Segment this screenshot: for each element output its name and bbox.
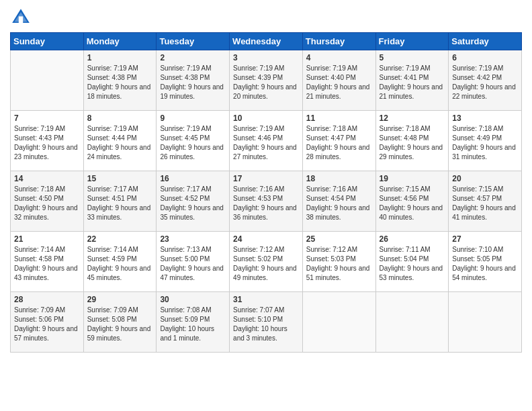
day-cell: 7 Sunrise: 7:19 AM Sunset: 4:43 PM Dayli… bbox=[11, 111, 84, 171]
sunset-text: Sunset: 5:09 PM bbox=[160, 316, 210, 323]
sunrise-text: Sunrise: 7:18 AM bbox=[380, 125, 431, 132]
sunset-text: Sunset: 4:45 PM bbox=[160, 134, 210, 142]
sunset-text: Sunset: 4:59 PM bbox=[87, 255, 137, 263]
day-number: 21 bbox=[14, 234, 80, 244]
day-number: 22 bbox=[87, 234, 153, 244]
day-cell: 11 Sunrise: 7:18 AM Sunset: 4:47 PM Dayl… bbox=[302, 111, 375, 171]
day-number: 2 bbox=[160, 53, 226, 62]
day-cell: 24 Sunrise: 7:12 AM Sunset: 5:02 PM Dayl… bbox=[230, 232, 303, 292]
day-number: 16 bbox=[160, 174, 226, 183]
sunrise-text: Sunrise: 7:08 AM bbox=[160, 306, 211, 314]
daylight-text: Daylight: 9 hours and 21 minutes. bbox=[380, 83, 443, 100]
day-number: 17 bbox=[233, 174, 299, 183]
sunrise-text: Sunrise: 7:19 AM bbox=[160, 125, 211, 132]
day-number: 8 bbox=[87, 113, 153, 123]
daylight-text: Daylight: 9 hours and 23 minutes. bbox=[14, 144, 78, 161]
daylight-text: Daylight: 9 hours and 49 minutes. bbox=[233, 265, 297, 281]
day-number: 1 bbox=[87, 53, 153, 62]
daylight-text: Daylight: 9 hours and 38 minutes. bbox=[306, 204, 370, 221]
day-number: 14 bbox=[14, 174, 80, 183]
day-cell: 30 Sunrise: 7:08 AM Sunset: 5:09 PM Dayl… bbox=[157, 292, 230, 353]
day-number: 12 bbox=[380, 113, 445, 123]
sunset-text: Sunset: 4:50 PM bbox=[14, 195, 64, 202]
daylight-text: Daylight: 9 hours and 32 minutes. bbox=[14, 204, 78, 221]
sunset-text: Sunset: 4:38 PM bbox=[160, 74, 210, 81]
sunset-text: Sunset: 4:56 PM bbox=[380, 195, 429, 202]
day-cell: 18 Sunrise: 7:16 AM Sunset: 4:54 PM Dayl… bbox=[302, 171, 375, 232]
day-number: 28 bbox=[14, 295, 80, 304]
daylight-text: Daylight: 9 hours and 26 minutes. bbox=[160, 144, 224, 161]
day-number: 29 bbox=[87, 295, 153, 304]
day-header-tuesday: Tuesday bbox=[157, 33, 230, 50]
sunrise-text: Sunrise: 7:19 AM bbox=[380, 64, 431, 72]
sunset-text: Sunset: 4:39 PM bbox=[233, 74, 283, 81]
sunset-text: Sunset: 4:54 PM bbox=[306, 195, 356, 202]
sunset-text: Sunset: 5:06 PM bbox=[14, 316, 64, 323]
day-cell: 27 Sunrise: 7:10 AM Sunset: 5:05 PM Dayl… bbox=[449, 232, 522, 292]
daylight-text: Daylight: 9 hours and 28 minutes. bbox=[306, 144, 370, 161]
sunset-text: Sunset: 4:42 PM bbox=[452, 74, 502, 81]
week-row-1: 1 Sunrise: 7:19 AM Sunset: 4:38 PM Dayli… bbox=[11, 50, 522, 111]
week-row-5: 28 Sunrise: 7:09 AM Sunset: 5:06 PM Dayl… bbox=[11, 292, 522, 353]
day-number: 5 bbox=[380, 53, 445, 62]
day-cell: 28 Sunrise: 7:09 AM Sunset: 5:06 PM Dayl… bbox=[11, 292, 84, 353]
daylight-text: Daylight: 9 hours and 22 minutes. bbox=[452, 83, 516, 100]
day-number: 7 bbox=[14, 113, 80, 123]
sunrise-text: Sunrise: 7:15 AM bbox=[452, 185, 503, 193]
day-number: 24 bbox=[233, 234, 299, 244]
sunset-text: Sunset: 4:58 PM bbox=[14, 255, 64, 263]
daylight-text: Daylight: 9 hours and 33 minutes. bbox=[87, 204, 151, 221]
sunset-text: Sunset: 4:41 PM bbox=[380, 74, 429, 81]
day-cell: 14 Sunrise: 7:18 AM Sunset: 4:50 PM Dayl… bbox=[11, 171, 84, 232]
day-cell: 12 Sunrise: 7:18 AM Sunset: 4:48 PM Dayl… bbox=[375, 111, 449, 171]
sunrise-text: Sunrise: 7:13 AM bbox=[160, 246, 211, 253]
day-cell: 10 Sunrise: 7:19 AM Sunset: 4:46 PM Dayl… bbox=[230, 111, 303, 171]
daylight-text: Daylight: 10 hours and 1 minute. bbox=[160, 325, 214, 342]
sunset-text: Sunset: 4:38 PM bbox=[87, 74, 137, 81]
day-cell: 5 Sunrise: 7:19 AM Sunset: 4:41 PM Dayli… bbox=[375, 50, 449, 111]
calendar-table: SundayMondayTuesdayWednesdayThursdayFrid… bbox=[10, 32, 522, 353]
day-cell: 16 Sunrise: 7:17 AM Sunset: 4:52 PM Dayl… bbox=[157, 171, 230, 232]
day-number: 11 bbox=[306, 113, 372, 123]
sunrise-text: Sunrise: 7:17 AM bbox=[160, 185, 211, 193]
logo-icon bbox=[10, 7, 32, 28]
day-number: 31 bbox=[233, 295, 299, 304]
daylight-text: Daylight: 9 hours and 54 minutes. bbox=[452, 265, 516, 281]
sunset-text: Sunset: 5:03 PM bbox=[306, 255, 356, 263]
day-cell: 1 Sunrise: 7:19 AM Sunset: 4:38 PM Dayli… bbox=[83, 50, 157, 111]
day-cell: 17 Sunrise: 7:16 AM Sunset: 4:53 PM Dayl… bbox=[230, 171, 303, 232]
sunset-text: Sunset: 4:46 PM bbox=[233, 134, 283, 142]
svg-rect-2 bbox=[19, 16, 23, 23]
sunrise-text: Sunrise: 7:12 AM bbox=[306, 246, 357, 253]
sunrise-text: Sunrise: 7:19 AM bbox=[233, 125, 284, 132]
sunset-text: Sunset: 4:43 PM bbox=[14, 134, 64, 142]
day-cell: 31 Sunrise: 7:07 AM Sunset: 5:10 PM Dayl… bbox=[230, 292, 303, 353]
daylight-text: Daylight: 9 hours and 19 minutes. bbox=[160, 83, 224, 100]
day-cell: 6 Sunrise: 7:19 AM Sunset: 4:42 PM Dayli… bbox=[449, 50, 522, 111]
sunrise-text: Sunrise: 7:15 AM bbox=[380, 185, 431, 193]
sunrise-text: Sunrise: 7:18 AM bbox=[452, 125, 503, 132]
sunrise-text: Sunrise: 7:19 AM bbox=[306, 64, 357, 72]
day-number: 6 bbox=[452, 53, 518, 62]
sunset-text: Sunset: 5:05 PM bbox=[452, 255, 502, 263]
day-number: 30 bbox=[160, 295, 226, 304]
sunrise-text: Sunrise: 7:09 AM bbox=[14, 306, 65, 314]
sunrise-text: Sunrise: 7:19 AM bbox=[87, 125, 138, 132]
day-cell: 23 Sunrise: 7:13 AM Sunset: 5:00 PM Dayl… bbox=[157, 232, 230, 292]
day-cell: 21 Sunrise: 7:14 AM Sunset: 4:58 PM Dayl… bbox=[11, 232, 84, 292]
daylight-text: Daylight: 9 hours and 31 minutes. bbox=[452, 144, 516, 161]
day-cell: 4 Sunrise: 7:19 AM Sunset: 4:40 PM Dayli… bbox=[302, 50, 375, 111]
day-cell: 2 Sunrise: 7:19 AM Sunset: 4:38 PM Dayli… bbox=[157, 50, 230, 111]
sunset-text: Sunset: 5:00 PM bbox=[160, 255, 210, 263]
sunrise-text: Sunrise: 7:17 AM bbox=[87, 185, 138, 193]
daylight-text: Daylight: 9 hours and 45 minutes. bbox=[87, 265, 151, 281]
daylight-text: Daylight: 9 hours and 21 minutes. bbox=[306, 83, 370, 100]
daylight-text: Daylight: 9 hours and 51 minutes. bbox=[306, 265, 370, 281]
sunset-text: Sunset: 5:04 PM bbox=[380, 255, 429, 263]
day-cell bbox=[302, 292, 375, 353]
day-header-monday: Monday bbox=[83, 33, 157, 50]
daylight-text: Daylight: 10 hours and 3 minutes. bbox=[233, 325, 287, 342]
daylight-text: Daylight: 9 hours and 57 minutes. bbox=[14, 325, 78, 342]
daylight-text: Daylight: 9 hours and 36 minutes. bbox=[233, 204, 297, 221]
week-row-4: 21 Sunrise: 7:14 AM Sunset: 4:58 PM Dayl… bbox=[11, 232, 522, 292]
